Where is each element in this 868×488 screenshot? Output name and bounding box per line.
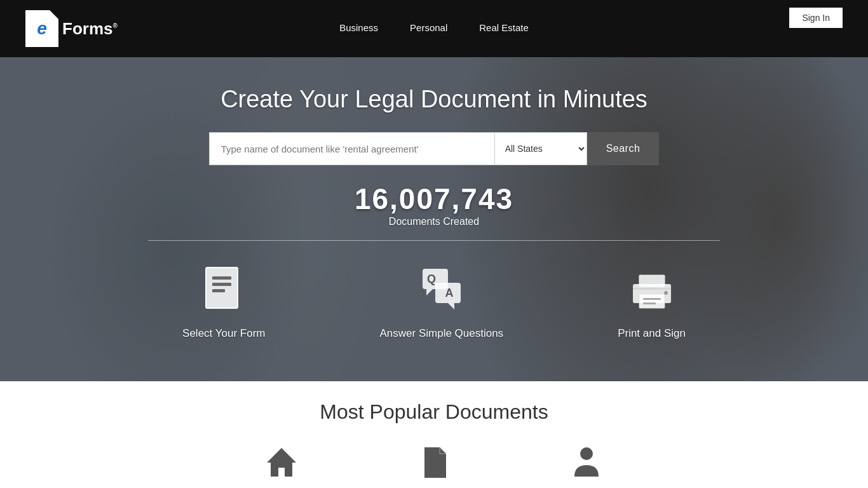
hero-title: Create Your Legal Document in Minutes — [220, 86, 648, 113]
nav-personal[interactable]: Personal — [410, 22, 447, 33]
svg-rect-0 — [206, 268, 238, 308]
svg-rect-1 — [212, 276, 231, 280]
search-button[interactable]: Search — [587, 132, 660, 165]
print-sign-label: Print and Sign — [618, 327, 686, 340]
features-row: Select Your Form Q A Answer Simple Quest… — [182, 260, 686, 346]
search-bar: All States AlabamaAlaskaArizona Arkansas… — [209, 132, 660, 165]
nav-business[interactable]: Business — [339, 22, 378, 33]
qa-icon: Q A — [416, 266, 467, 317]
sign-in-button[interactable]: Sign In — [789, 8, 843, 28]
svg-rect-11 — [643, 302, 656, 304]
header: e Forms® Business Personal Real Estate S… — [0, 0, 868, 57]
svg-point-12 — [664, 291, 668, 295]
logo-e-letter: e — [37, 18, 47, 39]
svg-text:Q: Q — [427, 273, 436, 285]
document-icon — [415, 443, 453, 481]
logo[interactable]: e Forms® — [25, 10, 118, 47]
hero-section: Create Your Legal Document in Minutes Al… — [0, 57, 868, 381]
person-icon — [567, 443, 606, 481]
hero-content: Create Your Legal Document in Minutes Al… — [0, 86, 868, 240]
popular-documents-title: Most Popular Documents — [320, 400, 548, 424]
logo-forms-text: Forms® — [62, 19, 118, 39]
main-nav: Business Personal Real Estate — [339, 22, 529, 33]
house-icon — [262, 443, 301, 481]
svg-rect-3 — [212, 289, 225, 292]
form-icon — [198, 266, 249, 317]
svg-point-15 — [580, 447, 593, 460]
svg-rect-9 — [639, 294, 665, 308]
logo-box: e — [25, 10, 58, 47]
popular-documents-section: Most Popular Documents — [0, 381, 868, 488]
print-icon — [627, 266, 677, 317]
svg-rect-8 — [639, 275, 665, 287]
svg-rect-10 — [643, 298, 661, 300]
counter-label: Documents Created — [355, 216, 513, 227]
nav-real-estate[interactable]: Real Estate — [479, 22, 529, 33]
svg-text:A: A — [445, 287, 453, 299]
answer-questions-label: Answer Simple Questions — [379, 327, 503, 340]
feature-print-sign: Print and Sign — [618, 266, 686, 340]
svg-marker-14 — [267, 448, 296, 477]
document-search-input[interactable] — [209, 132, 495, 165]
feature-answer-questions: Q A Answer Simple Questions — [379, 266, 503, 340]
state-select[interactable]: All States AlabamaAlaskaArizona Arkansas… — [495, 132, 587, 165]
feature-select-form: Select Your Form — [182, 266, 265, 340]
svg-rect-13 — [633, 288, 671, 290]
popular-icons-row — [262, 443, 606, 481]
counter-number: 16,007,743 — [355, 184, 513, 214]
select-form-label: Select Your Form — [182, 327, 265, 340]
svg-rect-2 — [212, 283, 231, 286]
documents-counter: 16,007,743 Documents Created — [355, 184, 513, 227]
divider — [148, 240, 720, 241]
